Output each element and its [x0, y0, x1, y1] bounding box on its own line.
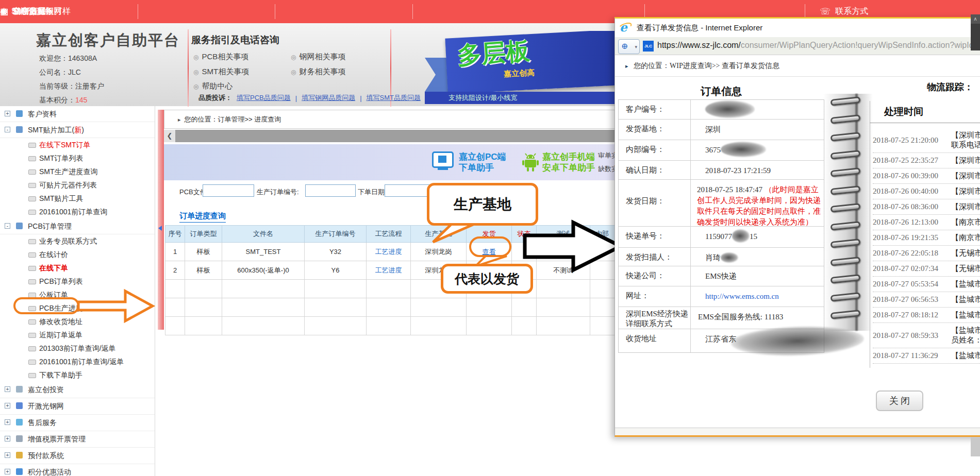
- pc-assistant-link[interactable]: 嘉立创PC端下单助手: [459, 151, 506, 173]
- popup-titlebar[interactable]: e 查看订单发货信息 - Internet Explorer: [615, 19, 980, 37]
- expand-icon[interactable]: +: [5, 436, 10, 441]
- sidebar-item[interactable]: SMT订单列表: [0, 151, 155, 165]
- tracking-time: 2018-07-26 12:13:00: [873, 218, 951, 227]
- sidebar-item[interactable]: 在线下SMT订单: [0, 138, 155, 151]
- sidebar-item[interactable]: SMT贴片工具: [0, 192, 155, 205]
- collapse-left-icon[interactable]: ❮: [164, 130, 175, 142]
- sidebar-item[interactable]: SMT生产进度查询: [0, 165, 155, 178]
- bullet-icon: ◎: [291, 54, 296, 61]
- redacted-blob: [721, 142, 766, 157]
- callout-production-base: 生产基地: [427, 183, 538, 226]
- promo-footer-text: 支持抗阻设计/最小线宽: [425, 92, 614, 104]
- sidebar-section[interactable]: + 预付款系统: [0, 448, 155, 464]
- orders-cell-order_no: [305, 317, 367, 335]
- sidebar-item[interactable]: 20161001前订单查询/返单: [0, 355, 155, 368]
- customer-level: 注册客户: [75, 82, 104, 90]
- tracking-row: 2018-07-27 11:36:29 【盐城市: [873, 348, 980, 364]
- expand-icon[interactable]: +: [5, 469, 10, 474]
- security-zone-button[interactable]: ⊕ ▾: [618, 39, 640, 54]
- complaint-link-smt[interactable]: 填写SMT品质问题: [367, 93, 421, 103]
- tracking-row: 2018-07-27 08:59:33 【盐城市 员姓名：: [873, 323, 980, 348]
- ems-website-link[interactable]: http://www.ems.com.cn: [705, 292, 779, 300]
- tracking-time: 2018-07-25 21:20:00: [873, 136, 951, 145]
- sidebar-section[interactable]: + 增值税票开票管理: [0, 431, 155, 448]
- sidebar-item[interactable]: 近期订单返单: [0, 328, 155, 342]
- sidebar-item[interactable]: PCB订单列表: [0, 275, 155, 288]
- service-link-finance[interactable]: ◎财务相关事项: [291, 67, 345, 77]
- service-link-help[interactable]: ◎帮助中心: [193, 81, 232, 91]
- expand-icon[interactable]: +: [5, 111, 10, 116]
- promo-headline: 多层板: [456, 35, 531, 72]
- expand-icon[interactable]: +: [5, 403, 10, 409]
- sidebar-section[interactable]: + 嘉立创投资: [0, 382, 155, 398]
- url-field[interactable]: https://www.sz-jlc.com/consumer/WipPlanQ…: [657, 41, 980, 50]
- sidebar-item[interactable]: 业务专员联系方式: [0, 234, 155, 248]
- tracking-row: 2018-07-26 19:21:35 【南京市: [873, 230, 980, 246]
- sidebar-section-pcb[interactable]: - PCB订单管理: [0, 218, 155, 234]
- service-link-smt[interactable]: ◎SMT相关事项: [193, 67, 249, 77]
- multilayer-promo-banner[interactable]: 多层板 嘉立创高 支持抗阻设计/最小线宽: [425, 31, 614, 108]
- sidebar-section[interactable]: + 开激光钢网: [0, 398, 155, 415]
- splitter-collapse-icon[interactable]: [158, 226, 162, 231]
- tracking-time: 2018-07-26 00:39:00: [873, 172, 951, 180]
- sidebar-splitter[interactable]: [158, 110, 164, 330]
- topnav-item[interactable]: ▤ 立创商城: [0, 0, 46, 23]
- section-icon: [16, 419, 23, 426]
- topnav-label: 联系方式: [835, 6, 868, 17]
- sidebar-section-smt[interactable]: - SMT贴片加工(新): [0, 122, 155, 138]
- collapse-icon[interactable]: -: [5, 127, 10, 132]
- doc-icon: [28, 239, 36, 244]
- order-no-input[interactable]: [305, 184, 356, 197]
- order-date-label: 下单日期:: [358, 188, 387, 197]
- nav-divider: [275, 4, 275, 19]
- sidebar-item[interactable]: 201303前订单查询/返单: [0, 342, 155, 355]
- tracking-info: 【深圳市: [951, 156, 980, 165]
- tracking-info: 【无锡市: [951, 248, 980, 258]
- sidebar-item[interactable]: 可贴片元器件列表: [0, 178, 155, 192]
- tracking-row: 2018-07-26 12:13:00 【南京市: [873, 215, 980, 230]
- close-button[interactable]: 关 闭: [876, 390, 923, 411]
- divider: [615, 76, 980, 77]
- doc-icon: [28, 156, 36, 161]
- tracking-time: 2018-07-26 08:36:00: [873, 202, 951, 211]
- pcb-file-input[interactable]: [203, 184, 254, 197]
- tracking-time: 2018-07-27 06:56:53: [873, 295, 951, 304]
- sidebar-item[interactable]: 下载下单助手: [0, 368, 155, 382]
- service-link-pcb[interactable]: ◎PCB相关事项: [193, 52, 248, 62]
- complaint-link-pcb[interactable]: 填写PCB品质问题: [237, 93, 291, 103]
- sidebar-item[interactable]: 在线下单: [0, 261, 155, 275]
- page-scrollbar[interactable]: ∧: [971, 14, 980, 50]
- pcb-progress-highlight: [13, 297, 79, 314]
- sidebar-section[interactable]: + 积分优惠活动: [0, 464, 155, 476]
- tracking-row: 2018-07-25 21:20:00 【深圳市 联系电话: [873, 128, 980, 153]
- tracking-info: 【南京市: [951, 233, 980, 243]
- tracking-time: 2018-07-26 22:05:18: [873, 249, 951, 258]
- process-flow-link[interactable]: 工艺进度: [375, 266, 402, 274]
- page-scrollbar-track[interactable]: [971, 437, 980, 456]
- sidebar-item-customer-info[interactable]: + 客户资料: [0, 106, 155, 122]
- sidebar-item[interactable]: 在线计价: [0, 248, 155, 261]
- orders-cell-type: [185, 317, 222, 335]
- zone-icon: ⊕: [621, 41, 628, 51]
- orders-table-title[interactable]: 订单进度查询: [179, 211, 226, 223]
- service-link-stencil[interactable]: ◎钢网相关事项: [291, 52, 345, 62]
- complaint-link-stencil[interactable]: 填写钢网品质问题: [302, 93, 355, 103]
- expand-icon[interactable]: +: [5, 386, 10, 392]
- level-line: 当前等级：注册客户: [39, 82, 104, 91]
- collapse-icon[interactable]: -: [5, 223, 10, 229]
- order-date-input[interactable]: [385, 184, 432, 197]
- expand-icon[interactable]: +: [5, 419, 10, 425]
- scroll-up-icon[interactable]: ∧: [971, 14, 980, 24]
- doc-icon: [28, 346, 36, 351]
- orders-cell-status: [512, 317, 537, 335]
- row-ship-base: 发货基地： 深圳: [619, 120, 824, 140]
- sidebar-item[interactable]: 20161001前订单查询: [0, 205, 155, 218]
- sidebar-section[interactable]: + 售后服务: [0, 415, 155, 431]
- doc-icon: [28, 183, 36, 188]
- android-assistant-link[interactable]: 嘉立创手机端安卓下单助手: [542, 151, 595, 173]
- tracking-row: 2018-07-25 22:35:27 【深圳市: [873, 153, 980, 168]
- process-flow-link[interactable]: 工艺进度: [375, 248, 402, 256]
- tracking-border: [870, 101, 870, 368]
- expand-icon[interactable]: +: [5, 452, 10, 458]
- tracking-row: 2018-07-26 22:05:18 【无锡市: [873, 246, 980, 261]
